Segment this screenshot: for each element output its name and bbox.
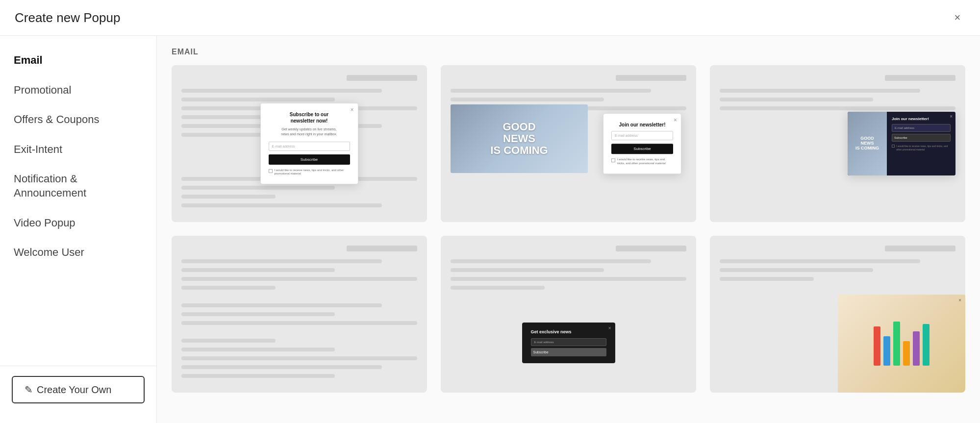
page-lines-4: [172, 236, 427, 393]
modal-title: Create new Popup: [15, 10, 120, 25]
sidebar-item-email[interactable]: Email: [0, 46, 156, 75]
popup-email-input-2: E-mail address: [611, 131, 673, 140]
popup-checkbox-2: [611, 158, 615, 162]
card-bg-5: × Get exclusive news E-mail address Subs…: [441, 236, 696, 393]
card3-content: Join our newsletter! E-mail address Subs…: [887, 112, 955, 175]
create-your-own-button[interactable]: ✎ Create Your Own: [12, 376, 145, 403]
modal-close-button[interactable]: ×: [950, 10, 965, 25]
card3-title: Join our newsletter!: [892, 117, 951, 121]
sidebar-nav: Email Promotional Offers & Coupons Exit-…: [0, 46, 156, 366]
top-bar-2: [616, 75, 686, 81]
template-card-2[interactable]: GOODNEWSIS COMING × Join our newsletter!…: [441, 65, 696, 222]
top-bar-3: [885, 75, 955, 81]
template-card-3[interactable]: × GOODNEWSIS COMING Join our newsletter!…: [710, 65, 965, 222]
popup-checkbox-label-2: I would like to receive news, tips and t…: [617, 158, 673, 166]
template-image-6: ×: [838, 295, 965, 393]
popup-subscribe-btn-1: Subscribe: [269, 154, 350, 165]
popup-subtitle-1: Get weekly updates on live streams,news …: [269, 127, 350, 137]
subscribe-popup-3: × GOODNEWSIS COMING Join our newsletter!…: [848, 112, 955, 175]
pencil-icon: ✎: [25, 384, 33, 396]
popup-checkbox-row-2: I would like to receive news, tips and t…: [611, 158, 673, 166]
card3-checkbox: [892, 145, 895, 148]
card5-subscribe-btn: Subscribe: [531, 348, 606, 356]
card-bg-4: [172, 236, 427, 393]
subscribe-popup-2: × Join our newsletter! E-mail address Su…: [603, 113, 681, 174]
template-card-5[interactable]: × Get exclusive news E-mail address Subs…: [441, 236, 696, 393]
popup-close-icon-6: ×: [958, 298, 961, 303]
sidebar-item-notification-announcement[interactable]: Notification &Announcement: [0, 164, 156, 208]
top-bar-5: [616, 246, 686, 251]
popup-email-input-1: E-mail address: [269, 142, 350, 151]
card5-email-input: E-mail address: [531, 338, 606, 346]
popup-close-icon-2: ×: [674, 117, 677, 124]
popup-checkbox-row-1: I would like to receive news, tips and t…: [269, 169, 350, 176]
img-text-2: GOODNEWSIS COMING: [490, 121, 548, 157]
template-grid: × Subscribe to ournewsletter now! Get we…: [172, 65, 965, 393]
card-bg-1: × Subscribe to ournewsletter now! Get we…: [172, 65, 427, 222]
popup-checkbox-label-1: I would like to receive news, tips and t…: [275, 169, 350, 176]
modal-container: Create new Popup × Email Promotional Off…: [0, 0, 980, 423]
card-bg-3: × GOODNEWSIS COMING Join our newsletter!…: [710, 65, 965, 222]
popup-title-1: Subscribe to ournewsletter now!: [269, 111, 350, 124]
popup-checkbox-1: [269, 169, 273, 173]
sidebar-item-video-popup[interactable]: Video Popup: [0, 208, 156, 238]
top-bar: [347, 75, 417, 81]
subscribe-popup-1: × Subscribe to ournewsletter now! Get we…: [260, 103, 358, 184]
subscribe-popup-5: × Get exclusive news E-mail address Subs…: [522, 323, 615, 363]
sidebar: Email Promotional Offers & Coupons Exit-…: [0, 36, 157, 423]
card3-checkbox-row: I would like to receive news, tips and t…: [892, 145, 951, 151]
page-lines-5: [441, 236, 696, 393]
card3-img-text: GOODNEWSIS COMING: [855, 136, 879, 151]
card3-popup-inner: GOODNEWSIS COMING Join our newsletter! E…: [848, 112, 955, 175]
template-card-4[interactable]: [172, 236, 427, 393]
card5-popup-title: Get exclusive news: [531, 329, 606, 334]
sidebar-bottom: ✎ Create Your Own: [0, 366, 156, 413]
card3-image: GOODNEWSIS COMING: [848, 112, 887, 175]
card-bg-6: ×: [710, 236, 965, 393]
popup-close-icon: ×: [350, 106, 353, 113]
template-card-6[interactable]: ×: [710, 236, 965, 393]
sidebar-item-offers-coupons[interactable]: Offers & Coupons: [0, 105, 156, 135]
content-area: EMAIL: [157, 36, 980, 423]
sidebar-item-welcome-user[interactable]: Welcome User: [0, 238, 156, 268]
section-label: EMAIL: [172, 36, 965, 65]
template-card-1[interactable]: × Subscribe to ournewsletter now! Get we…: [172, 65, 427, 222]
popup-close-icon-3: ×: [950, 114, 953, 119]
modal-body: Email Promotional Offers & Coupons Exit-…: [0, 36, 980, 423]
popup-title-2: Join our newsletter!: [611, 122, 673, 128]
sidebar-item-promotional[interactable]: Promotional: [0, 75, 156, 105]
card3-checkbox-label: I would like to receive news, tips and t…: [896, 145, 951, 151]
card3-email-input: E-mail address: [892, 124, 951, 132]
card3-subscribe-btn: Subscribe: [892, 134, 951, 142]
modal-header: Create new Popup ×: [0, 0, 980, 36]
popup-subscribe-btn-2: Subscribe: [611, 144, 673, 154]
sidebar-item-exit-intent[interactable]: Exit-Intent: [0, 135, 156, 165]
popup-close-icon-5: ×: [608, 325, 611, 331]
top-bar-4: [347, 246, 417, 251]
top-bar-6: [885, 246, 955, 251]
template-image-2: GOODNEWSIS COMING: [451, 104, 588, 173]
create-own-label: Create Your Own: [37, 384, 111, 396]
card-bg-2: GOODNEWSIS COMING × Join our newsletter!…: [441, 65, 696, 222]
